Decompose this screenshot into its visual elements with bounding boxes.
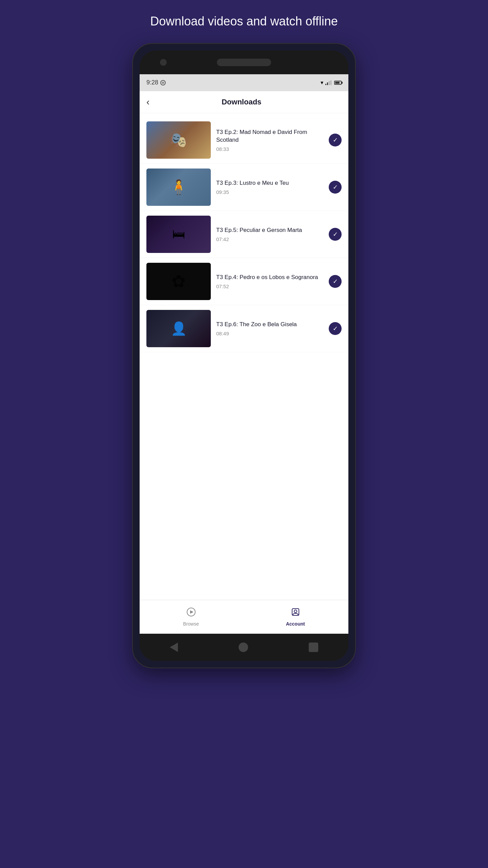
check-icon: ✓: [333, 183, 338, 191]
check-icon: ✓: [333, 278, 338, 285]
item-duration: 08:33: [216, 146, 323, 152]
home-hw-button: [239, 643, 248, 652]
item-info: T3 Ep.5: Peculiar e Gerson Marta 07:42: [216, 226, 323, 242]
phone-frame: 9:28 ▾: [132, 43, 356, 668]
back-button[interactable]: ‹: [146, 97, 149, 107]
nav-item-account[interactable]: Account: [272, 604, 319, 630]
list-item[interactable]: ✿ T3 Ep.4: Pedro e os Lobos e Sogranora …: [140, 258, 348, 305]
item-title: T3 Ep.6: The Zoo e Bela Gisela: [216, 320, 323, 329]
thumbnail-overlay: 🎭: [146, 121, 211, 159]
downloads-list: 🎭 T3 Ep.2: Mad Nomad e David From Scotla…: [140, 113, 348, 600]
download-check-badge: ✓: [329, 275, 342, 288]
item-duration: 08:49: [216, 331, 323, 336]
thumbnail-overlay: 🛏: [146, 216, 211, 253]
video-thumbnail: ✿: [146, 263, 211, 300]
list-item[interactable]: 🛏 T3 Ep.5: Peculiar e Gerson Marta 07:42…: [140, 211, 348, 258]
signal-icon: [325, 80, 331, 85]
wifi-icon: ▾: [321, 79, 323, 86]
video-thumbnail: 🛏: [146, 216, 211, 253]
item-title: T3 Ep.4: Pedro e os Lobos e Sogranora: [216, 273, 323, 281]
phone-top-hardware: [140, 51, 348, 74]
svg-marker-3: [190, 610, 194, 614]
recents-hw-button: [309, 643, 318, 652]
video-thumbnail: 🎭: [146, 121, 211, 159]
item-duration: 07:42: [216, 236, 323, 242]
back-hw-button: [170, 643, 178, 652]
account-nav-label: Account: [286, 621, 305, 627]
nav-item-browse[interactable]: Browse: [169, 604, 212, 630]
phone-bottom-hardware: [140, 634, 348, 661]
account-nav-icon: [291, 607, 300, 619]
item-title: T3 Ep.2: Mad Nomad e David From Scotland: [216, 128, 323, 144]
thumbnail-overlay: 👤: [146, 310, 211, 347]
download-check-badge: ✓: [329, 134, 342, 146]
app-screen: ‹ Downloads 🎭 T3 Ep.2: Mad Nomad e David…: [140, 91, 348, 634]
battery-icon: [334, 81, 342, 85]
screen-title: Downloads: [155, 98, 328, 106]
phone-speaker: [217, 59, 271, 66]
item-info: T3 Ep.3: Lustro e Meu e Teu 09:35: [216, 179, 323, 195]
list-item[interactable]: 🎭 T3 Ep.2: Mad Nomad e David From Scotla…: [140, 117, 348, 164]
download-check-badge: ✓: [329, 181, 342, 194]
page-title: Download videos and watch offline: [150, 14, 338, 29]
phone-screen: 9:28 ▾: [140, 51, 348, 661]
item-duration: 09:35: [216, 189, 323, 195]
download-check-badge: ✓: [329, 228, 342, 241]
status-time: 9:28: [146, 79, 166, 86]
video-thumbnail: 🧍: [146, 169, 211, 206]
check-icon: ✓: [333, 325, 338, 332]
status-icons: ▾: [321, 79, 342, 86]
download-check-badge: ✓: [329, 322, 342, 335]
list-item[interactable]: 👤 T3 Ep.6: The Zoo e Bela Gisela 08:49 ✓: [140, 305, 348, 352]
item-title: T3 Ep.5: Peculiar e Gerson Marta: [216, 226, 323, 234]
bottom-navigation: Browse Account: [140, 600, 348, 634]
browse-nav-label: Browse: [183, 621, 199, 627]
item-title: T3 Ep.3: Lustro e Meu e Teu: [216, 179, 323, 187]
svg-rect-0: [162, 82, 163, 84]
svg-point-5: [294, 610, 297, 613]
item-info: T3 Ep.6: The Zoo e Bela Gisela 08:49: [216, 320, 323, 336]
video-thumbnail: 👤: [146, 310, 211, 347]
pause-indicator: [160, 80, 166, 85]
phone-camera: [160, 59, 167, 66]
browse-nav-icon: [186, 607, 196, 619]
svg-rect-1: [163, 82, 164, 84]
item-duration: 07:52: [216, 283, 323, 289]
check-icon: ✓: [333, 136, 338, 144]
status-bar: 9:28 ▾: [140, 74, 348, 91]
top-navigation: ‹ Downloads: [140, 91, 348, 113]
item-info: T3 Ep.4: Pedro e os Lobos e Sogranora 07…: [216, 273, 323, 289]
list-item[interactable]: 🧍 T3 Ep.3: Lustro e Meu e Teu 09:35 ✓: [140, 164, 348, 211]
check-icon: ✓: [333, 231, 338, 238]
thumbnail-overlay: 🧍: [146, 169, 211, 206]
item-info: T3 Ep.2: Mad Nomad e David From Scotland…: [216, 128, 323, 152]
thumbnail-overlay: ✿: [146, 263, 211, 300]
